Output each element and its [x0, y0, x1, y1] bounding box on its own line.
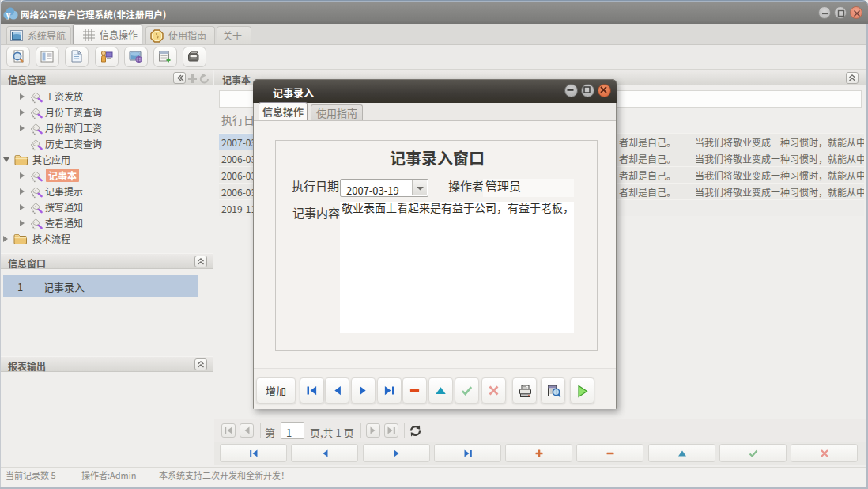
svg-text:y: y — [6, 9, 11, 21]
